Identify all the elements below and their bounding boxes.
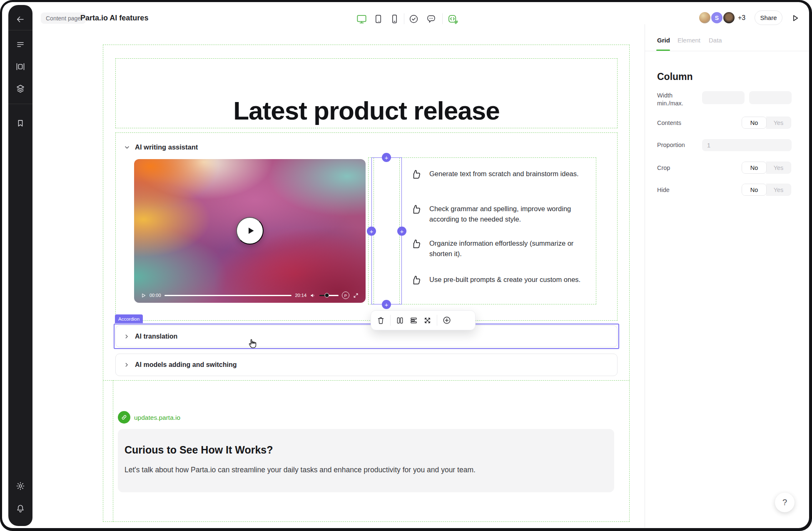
feature-text: Use pre-built prompts & create your cust… [429, 274, 593, 286]
playback-badge[interactable]: P [342, 292, 349, 299]
left-sidebar [8, 5, 32, 526]
feature-text: Organize information effortlessly (summa… [429, 238, 593, 259]
preview-play-button[interactable] [788, 11, 802, 25]
add-right-button[interactable]: + [397, 227, 406, 236]
desktop-preview-button[interactable] [354, 12, 369, 26]
expand-arrows-icon [423, 316, 432, 325]
trash-icon [376, 316, 385, 325]
add-element-button[interactable] [442, 316, 451, 325]
play-icon[interactable] [141, 293, 146, 298]
collaborator-avatar[interactable] [698, 11, 711, 24]
chevron-right-icon [124, 362, 130, 368]
resize-expand-button[interactable] [423, 316, 432, 325]
proportion-input[interactable] [702, 139, 792, 151]
cta-body: Let's talk about how Parta.io can stream… [125, 466, 476, 474]
content-outline-icon[interactable] [15, 40, 25, 50]
feature-item: Use pre-built prompts & create your cust… [410, 274, 593, 286]
hand-cursor [246, 337, 259, 352]
tablet-icon [373, 14, 384, 24]
mobile-preview-button[interactable] [387, 12, 401, 26]
contents-label: Contents [657, 120, 681, 126]
link-chain-icon [121, 414, 127, 421]
thumbs-up-icon [410, 204, 422, 215]
toolbar-divider [390, 315, 391, 326]
width-max-input[interactable] [749, 91, 792, 104]
bookmark-icon[interactable] [16, 119, 25, 128]
canvas-frame-icon[interactable] [15, 62, 25, 72]
add-left-button[interactable]: + [367, 227, 376, 236]
video-thumbnail[interactable]: 00:00 20:14 P [134, 159, 366, 303]
tab-element[interactable]: Element [677, 37, 700, 44]
cta-card: Curious to See How It Works? Let's talk … [118, 429, 614, 492]
contents-yes-option[interactable]: Yes [766, 117, 791, 129]
chevron-down-icon [124, 144, 130, 151]
tab-grid[interactable]: Grid [657, 37, 670, 44]
thumbs-up-icon [410, 238, 422, 250]
hide-yes-option[interactable]: Yes [766, 184, 791, 196]
cta-title: Curious to See How It Works? [125, 444, 273, 456]
tabs-divider [645, 51, 809, 51]
volume-slider[interactable] [319, 295, 339, 296]
inspector-section-title: Column [657, 71, 693, 82]
settings-gear-icon[interactable] [16, 481, 25, 491]
crop-yes-option[interactable]: Yes [766, 162, 791, 174]
tablet-preview-button[interactable] [371, 12, 385, 26]
sidebar-divider [8, 30, 32, 30]
width-min-input[interactable] [702, 91, 745, 104]
notifications-bell-icon[interactable] [16, 504, 25, 514]
code-edit-button[interactable] [446, 12, 460, 26]
crop-toggle: No Yes [742, 162, 792, 174]
delete-button[interactable] [376, 316, 385, 325]
code-edit-icon [447, 13, 458, 25]
hide-toggle: No Yes [742, 184, 792, 196]
phone-icon [389, 14, 400, 24]
hide-label: Hide [657, 187, 670, 193]
accordion-writing-header[interactable]: AI writing assistant [124, 143, 198, 151]
feature-item: Generate text from scratch and brainstor… [410, 169, 593, 180]
video-progress-bar[interactable] [164, 295, 292, 296]
sidebar-divider [8, 104, 32, 104]
hide-no-option[interactable]: No [742, 184, 767, 196]
chevron-right-icon [124, 334, 130, 339]
video-play-button[interactable] [236, 217, 264, 244]
topbar-divider [404, 13, 404, 24]
feature-text: Generate text from scratch and brainstor… [429, 169, 593, 180]
video-duration: 20:14 [295, 293, 306, 298]
screenshot-stage: Content page Parta.io AI features S +3 S… [0, 0, 812, 531]
volume-icon[interactable] [310, 292, 316, 299]
layers-icon[interactable] [15, 84, 25, 94]
columns-layout-button[interactable] [396, 316, 404, 325]
width-sublabel: min./max. [657, 100, 683, 107]
fullscreen-icon[interactable] [353, 292, 359, 299]
tab-data[interactable]: Data [709, 37, 722, 44]
play-icon [246, 226, 256, 236]
accordion-translation-label: AI translation [135, 333, 177, 340]
page-url-link[interactable]: updates.parta.io [134, 414, 180, 421]
accordion-translation-row[interactable]: AI translation [115, 325, 618, 347]
grid-guide-separator [103, 380, 630, 381]
collaborator-avatar[interactable]: S [710, 11, 723, 24]
back-arrow-icon[interactable] [15, 15, 25, 25]
volume-knob[interactable] [325, 293, 329, 298]
play-icon [790, 13, 800, 23]
add-below-button[interactable]: + [382, 300, 391, 309]
document-title: Parta.io AI features [80, 14, 148, 22]
share-label: Share [760, 14, 777, 21]
tasks-check-button[interactable] [406, 12, 421, 26]
comment-bubble-icon [426, 14, 436, 24]
add-above-button[interactable]: + [382, 153, 391, 162]
more-collaborators-count[interactable]: +3 [738, 14, 745, 22]
rows-layout-button[interactable] [409, 316, 418, 325]
comments-button[interactable] [424, 12, 438, 26]
width-label: Width [657, 92, 673, 99]
link-chip[interactable] [118, 411, 130, 424]
help-button[interactable]: ? [775, 493, 795, 512]
page-title: Latest product release [115, 76, 618, 146]
crop-no-option[interactable]: No [742, 162, 767, 174]
accordion-models-row[interactable]: AI models adding and switching [115, 354, 618, 376]
collaborator-avatar[interactable] [722, 11, 735, 24]
thumbs-up-icon [410, 169, 422, 180]
selection-tag: Accordion [115, 314, 143, 323]
share-button[interactable]: Share [755, 10, 782, 25]
contents-no-option[interactable]: No [742, 117, 767, 129]
